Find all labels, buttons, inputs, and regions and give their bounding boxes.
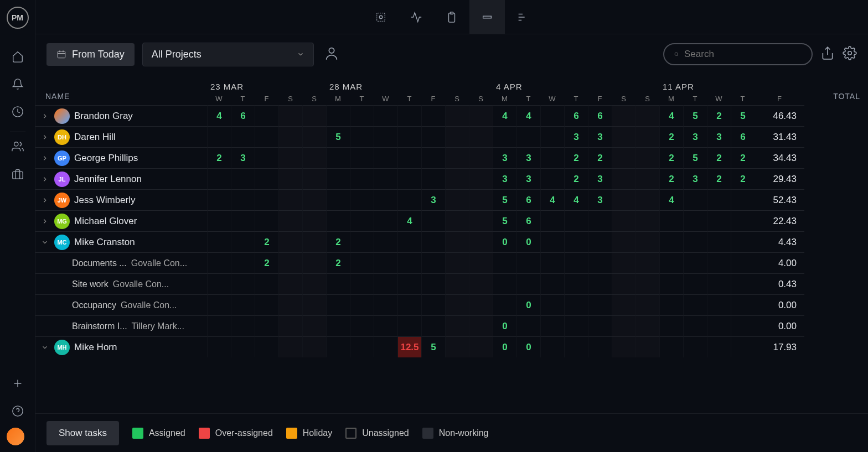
workload-cell[interactable] <box>207 252 231 273</box>
workload-cell[interactable] <box>659 231 683 252</box>
workload-cell[interactable]: 3 <box>231 147 255 168</box>
workload-cell[interactable]: 4 <box>659 189 683 210</box>
workload-cell[interactable] <box>350 336 374 357</box>
workload-cell[interactable] <box>302 252 326 273</box>
workload-cell[interactable] <box>445 315 469 336</box>
settings-icon[interactable] <box>843 46 857 63</box>
clipboard-tab-icon[interactable] <box>434 0 469 34</box>
workload-cell[interactable] <box>540 210 564 231</box>
workload-cell[interactable]: 2 <box>588 147 612 168</box>
workload-cell[interactable] <box>374 147 397 168</box>
workload-cell[interactable]: 5 <box>493 189 516 210</box>
workload-cell[interactable] <box>707 231 731 252</box>
workload-cell[interactable] <box>255 294 278 315</box>
workload-cell[interactable] <box>231 294 255 315</box>
workload-cell[interactable] <box>397 273 421 294</box>
workload-cell[interactable] <box>445 210 469 231</box>
bell-icon[interactable] <box>7 73 29 95</box>
task-row[interactable]: OccupancyGovalle Con... <box>35 294 207 315</box>
workload-cell[interactable] <box>493 126 516 147</box>
workload-cell[interactable] <box>302 231 326 252</box>
workload-cell[interactable]: 2 <box>326 252 350 273</box>
workload-cell[interactable]: 3 <box>516 147 540 168</box>
workload-cell[interactable]: 3 <box>588 189 612 210</box>
workload-cell[interactable]: 0 <box>516 336 540 357</box>
workload-cell[interactable]: 0 <box>493 231 516 252</box>
workload-cell[interactable] <box>278 252 302 273</box>
workload-cell[interactable] <box>231 252 255 273</box>
workload-cell[interactable]: 6 <box>231 105 255 126</box>
workload-cell[interactable] <box>421 210 445 231</box>
person-row[interactable]: MGMichael Glover <box>35 210 207 231</box>
workload-cell[interactable]: 4 <box>493 105 516 126</box>
workload-cell[interactable] <box>636 231 659 252</box>
workload-cell[interactable] <box>731 210 755 231</box>
workload-cell[interactable] <box>350 126 374 147</box>
workload-cell[interactable] <box>302 273 326 294</box>
workload-cell[interactable] <box>231 126 255 147</box>
workload-cell[interactable] <box>540 336 564 357</box>
task-row[interactable]: Brainstorm I...Tillery Mark... <box>35 315 207 336</box>
person-row[interactable]: Brandon Gray <box>35 105 207 126</box>
share-icon[interactable] <box>820 46 835 63</box>
workload-cell[interactable] <box>659 273 683 294</box>
workload-cell[interactable] <box>255 105 278 126</box>
workload-cell[interactable]: 3 <box>683 126 707 147</box>
workload-cell[interactable] <box>326 147 350 168</box>
workload-cell[interactable]: 2 <box>564 168 588 189</box>
workload-cell[interactable] <box>636 168 659 189</box>
workload-cell[interactable] <box>302 126 326 147</box>
expand-chevron-icon[interactable] <box>40 216 50 226</box>
workload-cell[interactable] <box>612 273 636 294</box>
workload-cell[interactable] <box>278 126 302 147</box>
workload-cell[interactable]: 5 <box>731 105 755 126</box>
workload-cell[interactable] <box>612 147 636 168</box>
workload-cell[interactable] <box>421 294 445 315</box>
workload-cell[interactable]: 2 <box>707 147 731 168</box>
workload-cell[interactable] <box>374 168 397 189</box>
workload-cell[interactable] <box>707 315 731 336</box>
workload-cell[interactable]: 4 <box>516 105 540 126</box>
workload-cell[interactable] <box>540 147 564 168</box>
workload-cell[interactable] <box>540 294 564 315</box>
workload-cell[interactable]: 4 <box>397 210 421 231</box>
expand-chevron-icon[interactable] <box>40 237 50 247</box>
expand-chevron-icon[interactable] <box>40 195 50 205</box>
workload-cell[interactable] <box>350 273 374 294</box>
workload-cell[interactable] <box>231 168 255 189</box>
person-row[interactable]: MHMike Horn <box>35 336 207 357</box>
workload-cell[interactable] <box>421 273 445 294</box>
overview-tab-icon[interactable] <box>363 0 399 34</box>
workload-cell[interactable]: 4 <box>564 189 588 210</box>
workload-cell[interactable]: 6 <box>516 189 540 210</box>
workload-cell[interactable]: 2 <box>326 231 350 252</box>
workload-cell[interactable] <box>540 252 564 273</box>
workload-cell[interactable] <box>302 315 326 336</box>
workload-cell[interactable] <box>255 189 278 210</box>
workload-cell[interactable] <box>731 315 755 336</box>
plus-icon[interactable] <box>7 372 29 394</box>
workload-cell[interactable] <box>564 210 588 231</box>
workload-cell[interactable] <box>255 147 278 168</box>
workload-cell[interactable] <box>421 252 445 273</box>
workload-cell[interactable] <box>445 189 469 210</box>
workload-cell[interactable] <box>564 315 588 336</box>
workload-cell[interactable] <box>612 126 636 147</box>
workload-cell[interactable] <box>707 189 731 210</box>
workload-cell[interactable] <box>207 210 231 231</box>
workload-cell[interactable] <box>659 210 683 231</box>
workload-cell[interactable] <box>350 147 374 168</box>
workload-cell[interactable] <box>731 294 755 315</box>
workload-cell[interactable] <box>302 105 326 126</box>
workload-cell[interactable]: 3 <box>707 126 731 147</box>
workload-cell[interactable] <box>540 126 564 147</box>
workload-cell[interactable] <box>278 105 302 126</box>
workload-cell[interactable]: 0 <box>493 336 516 357</box>
workload-cell[interactable] <box>278 231 302 252</box>
person-row[interactable]: MCMike Cranston <box>35 231 207 252</box>
workload-cell[interactable]: 4 <box>540 189 564 210</box>
person-row[interactable]: DHDaren Hill <box>35 126 207 147</box>
workload-cell[interactable] <box>683 294 707 315</box>
workload-cell[interactable] <box>278 336 302 357</box>
workload-cell[interactable] <box>516 315 540 336</box>
